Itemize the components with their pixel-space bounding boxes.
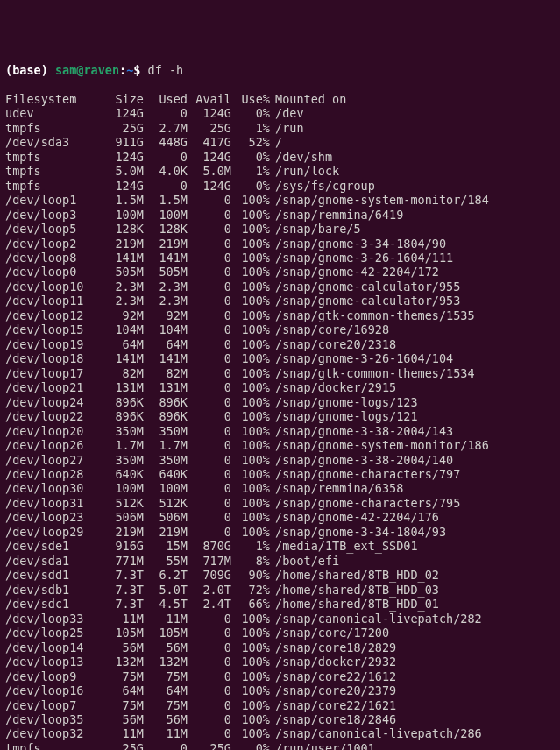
cell-mounted: /snap/core/16928 [270,322,389,336]
cell-usep: 100% [231,510,270,524]
cell-used: 0 [144,150,188,164]
df-row: /dev/loop112.3M2.3M0100%/snap/gnome-calc… [5,294,555,308]
cell-size: 141M [93,351,144,365]
cell-usep: 100% [231,424,270,438]
df-row: /dev/sda1771M55M717M8%/boot/efi [5,554,555,568]
cell-size: 100M [93,208,144,222]
cell-used: 11M [144,612,188,626]
cell-size: 7.3T [93,583,144,597]
cell-filesystem: /dev/sdb1 [5,583,93,597]
cell-usep: 0% [231,150,270,164]
cell-used: 132M [144,654,188,669]
cell-mounted: /snap/docker/2932 [270,654,396,669]
cell-mounted: /snap/remmina/6358 [270,481,403,495]
cell-mounted: /run/user/1001 [270,741,375,750]
cell-mounted: /snap/canonical-livepatch/282 [270,612,482,626]
cell-avail: 0 [188,208,231,222]
command-text[interactable]: df -h [148,63,184,77]
command-output: FilesystemSizeUsedAvailUse%Mounted onude… [5,92,555,750]
cell-size: 104M [93,322,144,336]
cell-usep: 100% [231,612,270,626]
cell-mounted: /snap/gnome-logs/123 [270,395,418,409]
cell-mounted: /snap/gnome-calculator/953 [270,294,460,308]
df-row: /dev/loop30100M100M0100%/snap/remmina/63… [5,481,555,495]
cell-usep: 100% [231,683,270,697]
cell-used: 6.2T [144,568,188,582]
cell-avail: 0 [188,337,231,351]
cell-avail: 0 [188,237,231,251]
df-row: /dev/loop23506M506M0100%/snap/gnome-42-2… [5,510,555,524]
col-avail: Avail [188,92,231,106]
cell-used: 4.0K [144,164,188,178]
cell-used: 0 [144,741,188,750]
cell-avail: 0 [188,510,231,524]
cell-filesystem: tmpfs [5,741,93,750]
cell-mounted: /snap/gnome-3-38-2004/143 [270,424,453,438]
cell-usep: 100% [231,654,270,669]
cell-filesystem: /dev/loop0 [5,265,93,279]
cell-avail: 0 [188,222,231,236]
col-used: Used [144,92,188,106]
cell-avail: 0 [188,712,231,726]
cell-mounted: /snap/canonical-livepatch/286 [270,726,482,740]
df-row: /dev/loop31512K512K0100%/snap/gnome-char… [5,496,555,510]
cell-mounted: /snap/core/17200 [270,626,389,640]
df-row: /dev/loop27350M350M0100%/snap/gnome-3-38… [5,453,555,467]
cell-mounted: /snap/gnome-3-26-1604/111 [270,251,453,265]
cell-mounted: /snap/core22/1612 [270,669,396,683]
cell-used: 105M [144,626,188,640]
df-row: /dev/loop1964M64M0100%/snap/core20/2318 [5,337,555,351]
df-row: /dev/loop102.3M2.3M0100%/snap/gnome-calc… [5,279,555,294]
cell-avail: 124G [188,106,231,120]
df-row: udev124G0124G0%/dev [5,106,555,120]
cell-used: 4.5T [144,597,188,611]
df-row: /dev/loop3556M56M0100%/snap/core18/2846 [5,712,555,726]
cell-usep: 8% [231,554,270,568]
cell-filesystem: /dev/loop2 [5,237,93,251]
cell-usep: 100% [231,222,270,236]
cell-usep: 100% [231,395,270,409]
cell-used: 75M [144,669,188,683]
cell-used: 512K [144,496,188,510]
df-row: /dev/loop261.7M1.7M0100%/snap/gnome-syst… [5,438,555,452]
df-row: tmpfs124G0124G0%/sys/fs/cgroup [5,179,555,193]
cell-usep: 100% [231,712,270,726]
cell-mounted: /home/shared/8TB_HDD_03 [270,583,439,597]
cell-filesystem: /dev/loop8 [5,251,93,265]
df-row: /dev/loop1664M64M0100%/snap/core20/2379 [5,683,555,697]
cell-mounted: /snap/gnome-3-34-1804/93 [270,525,446,539]
cell-usep: 100% [231,640,270,654]
cell-usep: 66% [231,597,270,611]
cell-filesystem: /dev/loop17 [5,366,93,380]
cell-filesystem: /dev/loop30 [5,481,93,495]
df-row: tmpfs124G0124G0%/dev/shm [5,150,555,164]
cell-mounted: / [270,135,282,149]
cell-avail: 0 [188,438,231,452]
df-header-row: FilesystemSizeUsedAvailUse%Mounted on [5,92,555,106]
cell-filesystem: /dev/loop15 [5,322,93,336]
cell-mounted: /snap/gnome-characters/795 [270,496,460,510]
cell-filesystem: /dev/sda1 [5,554,93,568]
df-row: /dev/loop20350M350M0100%/snap/gnome-3-38… [5,424,555,438]
df-row: /dev/loop2219M219M0100%/snap/gnome-3-34-… [5,237,555,251]
cell-mounted: /boot/efi [270,554,339,568]
cell-usep: 100% [231,294,270,308]
cell-size: 505M [93,265,144,279]
cell-usep: 72% [231,583,270,597]
cell-filesystem: /dev/loop14 [5,640,93,654]
cell-filesystem: /dev/sde1 [5,539,93,553]
df-row: /dev/loop22896K896K0100%/snap/gnome-logs… [5,409,555,423]
cell-filesystem: /dev/loop20 [5,424,93,438]
cell-usep: 100% [231,669,270,683]
df-row: /dev/loop3100M100M0100%/snap/remmina/641… [5,208,555,222]
cell-avail: 0 [188,294,231,308]
cell-used: 5.0T [144,583,188,597]
cell-avail: 2.0T [188,583,231,597]
cell-mounted: /run [270,121,304,135]
cell-used: 448G [144,135,188,149]
cell-avail: 25G [188,121,231,135]
df-row: /dev/sdd17.3T6.2T709G90%/home/shared/8TB… [5,568,555,582]
cell-filesystem: /dev/loop19 [5,337,93,351]
cell-used: 0 [144,179,188,193]
cell-used: 56M [144,712,188,726]
